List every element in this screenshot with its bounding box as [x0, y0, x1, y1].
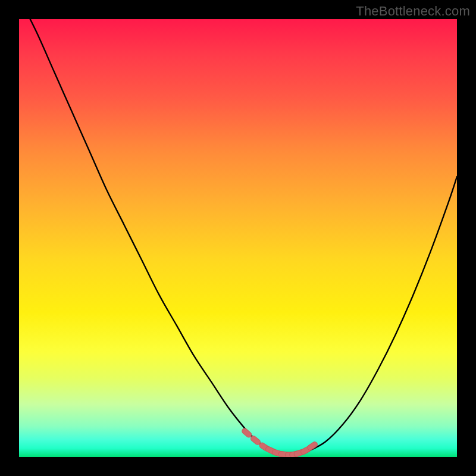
chart-container — [19, 19, 457, 457]
chart-gradient-background — [19, 19, 457, 457]
attribution-text: TheBottleneck.com — [356, 4, 470, 19]
